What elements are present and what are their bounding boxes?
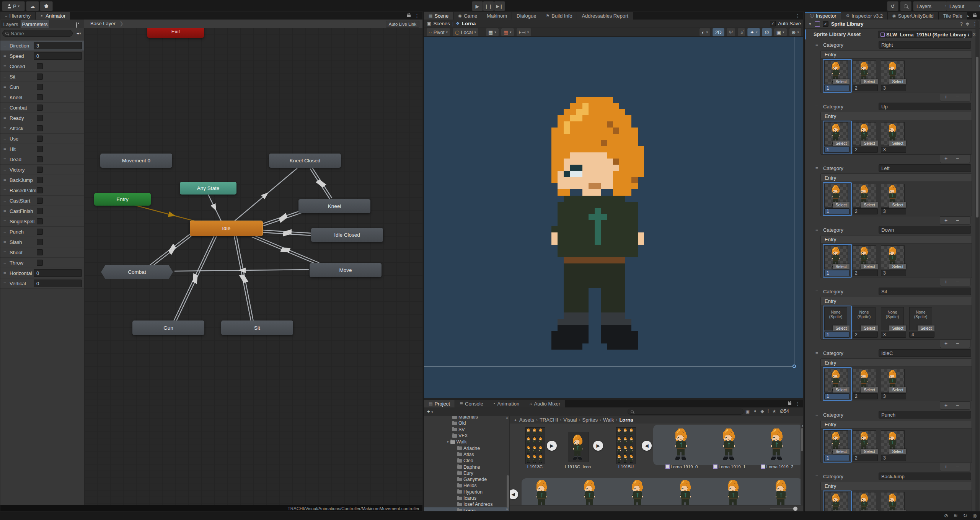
parameter-row-RaisedPalm[interactable]: =RaisedPalm [0,185,84,196]
select-button[interactable]: Select [861,264,878,269]
parameter-row-Combat[interactable]: =Combat [0,103,84,113]
drag-handle-icon[interactable]: = [3,188,10,193]
breadcrumb-item-Lorna[interactable]: Lorna [619,417,633,423]
tab-dialogue[interactable]: Dialogue [512,12,541,20]
entry-thumbnail[interactable] [824,492,848,512]
state-node-idle[interactable]: Idle [190,221,263,236]
entry-thumbnail[interactable] [881,492,905,512]
tree-item-cleo[interactable]: Cleo [424,458,509,464]
remove-entry-button[interactable]: − [952,463,963,470]
drag-handle-icon[interactable]: = [815,350,818,356]
parameter-row-Use[interactable]: =Use [0,134,84,144]
parameter-row-Closed[interactable]: =Closed [0,61,84,72]
expand-sprites-button[interactable]: ▶ [593,441,603,451]
parameter-row-CastFinish[interactable]: =CastFinish [0,206,84,216]
entry-name-field[interactable]: 1 [824,147,850,153]
breadcrumb-item-Walk[interactable]: Walk [603,417,614,423]
drag-handle-icon[interactable]: = [815,42,818,47]
state-node-gun[interactable]: Gun [132,321,204,335]
select-button[interactable]: Select [861,325,878,331]
scroll-down-icon[interactable]: ▼ [505,508,509,511]
breadcrumb[interactable]: Base Layer [90,21,116,26]
entry-name-field[interactable]: 4 [909,332,934,338]
parameter-row-Direction[interactable]: =Direction3 [0,41,84,51]
state-machine-graph[interactable]: ExitMovement 0Kneel ClosedAny StateEntry… [84,28,423,505]
camera-dropdown[interactable]: ▣▾ [774,28,787,36]
tab-game[interactable]: ◉Game [453,12,482,20]
add-entry-button[interactable]: + [940,217,952,224]
entry-name-field[interactable]: 3 [881,332,906,338]
parameter-checkbox[interactable] [37,249,43,255]
select-button[interactable]: Select [889,449,906,454]
visibility-toggle[interactable]: ∅ [762,28,771,36]
collab-icon[interactable]: ≋ [954,513,958,518]
select-button[interactable]: Select [833,79,850,84]
asset-thumbnail-L1913C-Icon[interactable] [568,432,589,462]
pause-button[interactable]: ❙❙ [483,1,494,11]
remove-entry-button[interactable]: − [952,217,963,224]
select-button[interactable]: Select [861,449,878,454]
entry-name-field[interactable]: 2 [853,393,878,399]
kebab-menu-icon[interactable]: ⋮ [795,401,800,407]
parameter-row-Horizontal[interactable]: =Horizontal0 [0,268,84,278]
bounds-handle[interactable] [792,365,796,368]
parameter-row-Sit[interactable]: =Sit [0,72,84,82]
remove-entry-button[interactable]: − [952,402,963,409]
entry-name-field[interactable]: 2 [853,455,878,461]
inspector-scrollbar[interactable] [975,20,979,511]
undo-history-button[interactable]: ↺ [887,1,898,11]
asset-label[interactable]: L1915U [603,464,649,469]
cloud-button[interactable]: ☁ [26,1,39,11]
kebab-menu-icon[interactable]: ⋮ [795,13,800,19]
drag-handle-icon[interactable]: = [815,412,818,417]
parameter-row-Vertical[interactable]: =Vertical0 [0,278,84,289]
category-name-field[interactable]: Left [879,164,971,172]
parameter-checkbox[interactable] [37,146,43,152]
select-button[interactable]: Select [889,264,906,269]
version-control-button[interactable]: ⬟ [40,1,53,11]
drag-handle-icon[interactable]: = [3,208,10,214]
entry-name-field[interactable]: 3 [881,147,906,153]
collapse-sprites-button[interactable]: ◀ [642,441,652,451]
parameter-value-field[interactable]: 0 [34,280,82,287]
drag-handle-icon[interactable]: = [3,95,10,100]
parameter-checkbox[interactable] [37,218,43,224]
drag-handle-icon[interactable]: = [3,260,10,265]
select-button[interactable]: Select [861,79,878,84]
tree-item-icarus[interactable]: Icarus [424,495,509,501]
add-parameter-button[interactable]: +▾ [74,30,83,37]
drag-handle-icon[interactable]: = [3,136,10,141]
state-node-move[interactable]: Move [310,263,382,277]
entry-name-field[interactable]: 3 [881,455,906,461]
layout-dropdown[interactable]: Layout▾ [946,1,980,11]
entry-name-field[interactable]: 2 [853,85,878,91]
select-button[interactable]: Select [833,387,850,392]
entry-name-field[interactable]: 1 [824,455,850,461]
add-entry-button[interactable]: + [940,463,952,470]
thumbnail-size-slider[interactable] [770,509,796,509]
select-button[interactable]: Select [833,141,850,146]
entry-name-field[interactable]: 1 [824,85,850,91]
drag-handle-icon[interactable]: = [3,126,10,131]
category-name-field[interactable]: Up [879,103,971,110]
category-name-field[interactable]: Right [879,41,971,49]
add-entry-button[interactable]: + [940,93,952,100]
shading-mode-dropdown[interactable]: ◐▾ [699,28,711,36]
select-button[interactable]: Select [889,387,906,392]
parameter-row-Attack[interactable]: =Attack [0,123,84,134]
strip-sprite[interactable] [774,480,789,505]
select-button[interactable]: Select [861,141,878,146]
drag-handle-icon[interactable]: = [3,53,10,59]
strip-sprite[interactable] [583,480,597,505]
entry-name-field[interactable]: 1 [824,208,850,214]
drag-handle-icon[interactable]: = [815,227,818,232]
entry-name-field[interactable]: 3 [881,393,906,399]
parameter-row-Dead[interactable]: =Dead [0,154,84,165]
open-asset-icon[interactable]: ▣ [745,409,750,414]
parameter-checkbox[interactable] [37,177,43,183]
select-button[interactable]: Select [861,202,878,208]
grid-snap-dropdown[interactable]: ▦▾ [501,28,514,36]
tree-scrollbar[interactable] [507,475,509,508]
project-search-input[interactable] [628,409,744,415]
project-tab-animation[interactable]: ◔Animation [488,400,524,407]
